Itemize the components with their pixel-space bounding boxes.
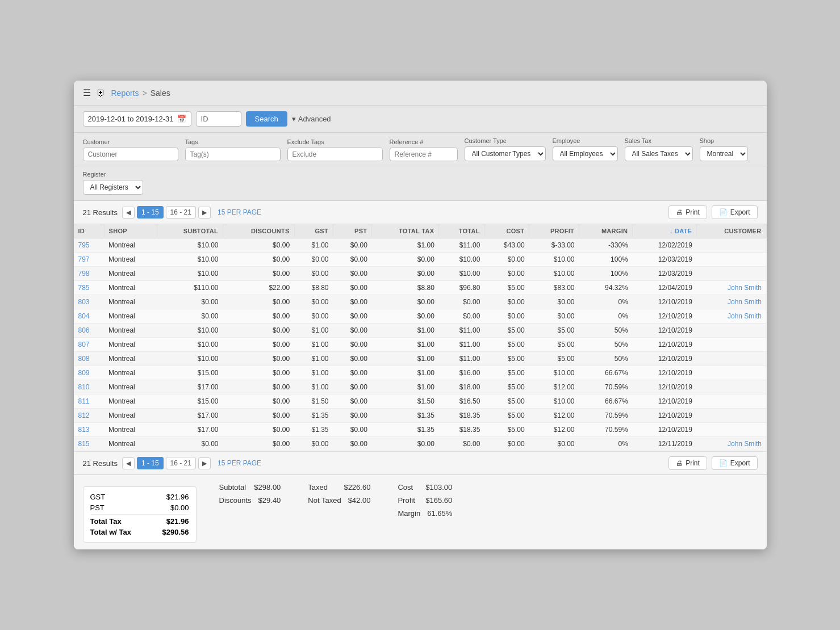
- id-cell[interactable]: 812: [74, 409, 105, 423]
- table-cell: Montreal: [104, 409, 157, 423]
- breadcrumb-reports[interactable]: Reports: [111, 89, 139, 98]
- table-cell: 12/10/2019: [633, 324, 697, 338]
- id-cell[interactable]: 807: [74, 338, 105, 352]
- date-range-input[interactable]: 2019-12-01 to 2019-12-31 📅: [83, 111, 191, 127]
- tags-input[interactable]: [185, 148, 281, 161]
- table-cell: $0.00: [294, 295, 333, 309]
- results-count-bottom: 21 Results: [83, 459, 118, 468]
- print-button-bottom[interactable]: 🖨 Print: [668, 456, 707, 470]
- id-cell[interactable]: 785: [74, 281, 105, 295]
- filter-shop: Shop Montreal: [700, 137, 748, 161]
- table-cell: 0%: [579, 309, 633, 324]
- table-cell: $1.00: [294, 380, 333, 394]
- employee-select[interactable]: All Employees: [553, 146, 618, 161]
- table-cell: $0.00: [333, 380, 371, 394]
- table-cell: $1.00: [294, 352, 333, 366]
- reference-input[interactable]: [390, 148, 458, 161]
- titlebar: ☰ ⛨ Reports > Sales: [74, 81, 767, 106]
- id-cell[interactable]: 811: [74, 394, 105, 409]
- menu-icon[interactable]: ☰: [83, 87, 91, 98]
- discounts-summary-value: $29.40: [258, 496, 281, 505]
- id-cell[interactable]: 795: [74, 238, 105, 253]
- table-cell: $10.00: [439, 267, 484, 281]
- id-cell[interactable]: 813: [74, 423, 105, 437]
- page-16-21-button[interactable]: 16 - 21: [166, 206, 196, 219]
- table-cell: 0%: [579, 437, 633, 451]
- export-button-bottom[interactable]: 📄 Export: [712, 456, 758, 470]
- next-page-button-bottom[interactable]: ▶: [198, 457, 211, 469]
- id-cell[interactable]: 815: [74, 437, 105, 451]
- customer-cell[interactable]: John Smith: [697, 295, 766, 309]
- customer-cell[interactable]: John Smith: [697, 437, 766, 451]
- table-cell: $10.00: [157, 238, 223, 253]
- customer-type-select[interactable]: All Customer Types: [465, 146, 546, 161]
- next-page-button[interactable]: ▶: [198, 207, 211, 219]
- table-cell: 12/04/2019: [633, 281, 697, 295]
- page-1-15-button-bottom[interactable]: 1 - 15: [137, 457, 164, 469]
- id-cell[interactable]: 810: [74, 380, 105, 394]
- id-input[interactable]: [196, 111, 241, 127]
- table-cell: $0.00: [223, 352, 295, 366]
- table-cell: $1.35: [372, 423, 439, 437]
- exclude-tags-input[interactable]: [287, 148, 383, 161]
- table-cell: $0.00: [372, 295, 439, 309]
- page-16-21-button-bottom[interactable]: 16 - 21: [166, 457, 196, 469]
- table-cell: $1.50: [294, 394, 333, 409]
- table-cell: $0.00: [439, 309, 484, 324]
- table-cell: $43.00: [484, 238, 529, 253]
- table-cell: $0.00: [439, 295, 484, 309]
- table-row: 797Montreal$10.00$0.00$0.00$0.00$0.00$10…: [74, 253, 767, 267]
- id-cell[interactable]: 803: [74, 295, 105, 309]
- per-page-bottom: 15 PER PAGE: [218, 459, 261, 467]
- customer-label: Customer: [83, 138, 178, 145]
- shop-select[interactable]: Montreal: [700, 146, 748, 161]
- export-button-top[interactable]: 📄 Export: [712, 205, 758, 219]
- pst-row: PST $0.00: [90, 502, 189, 513]
- breadcrumb: Reports > Sales: [111, 89, 170, 98]
- customer-cell[interactable]: John Smith: [697, 309, 766, 324]
- table-cell: $0.00: [333, 366, 371, 380]
- table-cell: $17.00: [157, 409, 223, 423]
- table-cell: $5.00: [529, 338, 579, 352]
- advanced-label: Advanced: [298, 115, 331, 123]
- cost-summary: Cost $103.00: [398, 482, 457, 493]
- id-cell[interactable]: 806: [74, 324, 105, 338]
- table-cell: $0.00: [157, 309, 223, 324]
- prev-page-button-bottom[interactable]: ◀: [122, 457, 135, 469]
- prev-page-button[interactable]: ◀: [122, 207, 135, 219]
- table-cell: $0.00: [223, 253, 295, 267]
- table-cell: Montreal: [104, 253, 157, 267]
- main-content: 21 Results ◀ 1 - 15 16 - 21 ▶ 15 PER PAG…: [74, 201, 767, 549]
- id-cell[interactable]: 809: [74, 366, 105, 380]
- table-cell: $5.00: [484, 409, 529, 423]
- total-tax-row: Total Tax $21.96: [90, 514, 189, 527]
- table-cell: Montreal: [104, 423, 157, 437]
- id-cell[interactable]: 804: [74, 309, 105, 324]
- table-cell: Montreal: [104, 267, 157, 281]
- filters-row2: Register All Registers: [74, 166, 767, 201]
- customer-cell[interactable]: John Smith: [697, 281, 766, 295]
- report-icon: ⛨: [97, 88, 106, 98]
- table-cell: [697, 394, 766, 409]
- col-gst: GST: [294, 224, 333, 238]
- register-label: Register: [83, 171, 143, 178]
- table-cell: $11.00: [439, 238, 484, 253]
- page-1-15-button[interactable]: 1 - 15: [137, 206, 164, 219]
- id-cell[interactable]: 808: [74, 352, 105, 366]
- table-cell: $1.35: [372, 409, 439, 423]
- print-button-top[interactable]: 🖨 Print: [668, 205, 707, 219]
- summary-left: GST $21.96 PST $0.00 Total Tax $21.96: [83, 482, 197, 543]
- table-cell: 12/10/2019: [633, 309, 697, 324]
- register-select[interactable]: All Registers: [83, 180, 143, 195]
- advanced-button[interactable]: ▾ Advanced: [292, 115, 331, 123]
- id-cell[interactable]: 797: [74, 253, 105, 267]
- table-cell: $11.00: [439, 338, 484, 352]
- search-button[interactable]: Search: [246, 111, 287, 127]
- table-cell: $0.00: [333, 423, 371, 437]
- customer-input[interactable]: [83, 148, 178, 161]
- sales-tax-select[interactable]: All Sales Taxes: [625, 146, 693, 161]
- table-cell: $5.00: [484, 423, 529, 437]
- per-page-top: 15 PER PAGE: [218, 208, 261, 216]
- table-cell: 12/11/2019: [633, 437, 697, 451]
- id-cell[interactable]: 798: [74, 267, 105, 281]
